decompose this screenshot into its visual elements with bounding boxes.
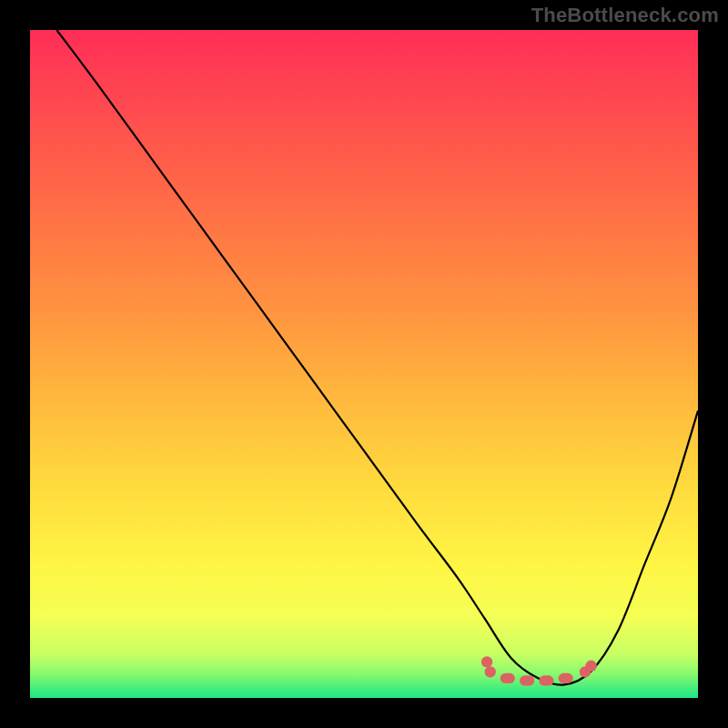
- valley-marker-dot: [585, 661, 596, 672]
- valley-marker-pill: [520, 675, 534, 685]
- marker-layer: [481, 656, 597, 685]
- valley-marker-pill: [500, 673, 515, 683]
- plot-area: [30, 30, 698, 698]
- plot-overlay: [30, 30, 698, 698]
- curve-line: [56, 30, 698, 685]
- valley-marker-pill: [539, 675, 553, 685]
- chart-canvas: TheBottleneck.com: [0, 0, 728, 728]
- valley-marker-pill: [559, 673, 573, 683]
- valley-marker-dot: [485, 666, 496, 677]
- watermark-text: TheBottleneck.com: [531, 4, 719, 27]
- valley-marker-dot: [481, 656, 492, 667]
